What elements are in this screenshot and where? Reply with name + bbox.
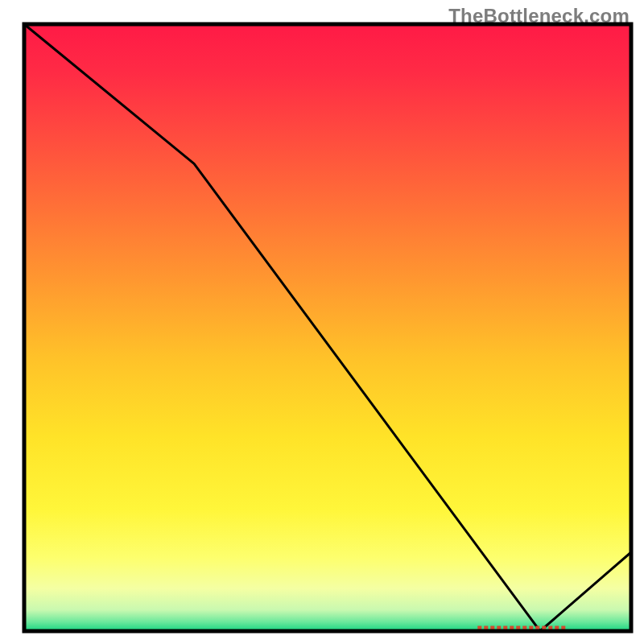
line-chart <box>0 0 644 644</box>
chart-container: TheBottleneck.com <box>0 0 644 644</box>
chart-background <box>24 24 631 631</box>
